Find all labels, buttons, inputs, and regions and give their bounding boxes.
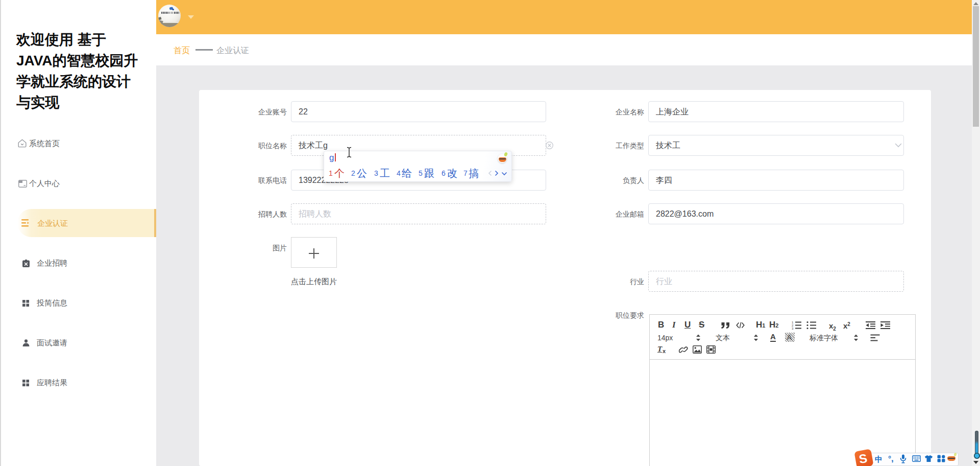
svg-text:3: 3 — [792, 327, 794, 330]
